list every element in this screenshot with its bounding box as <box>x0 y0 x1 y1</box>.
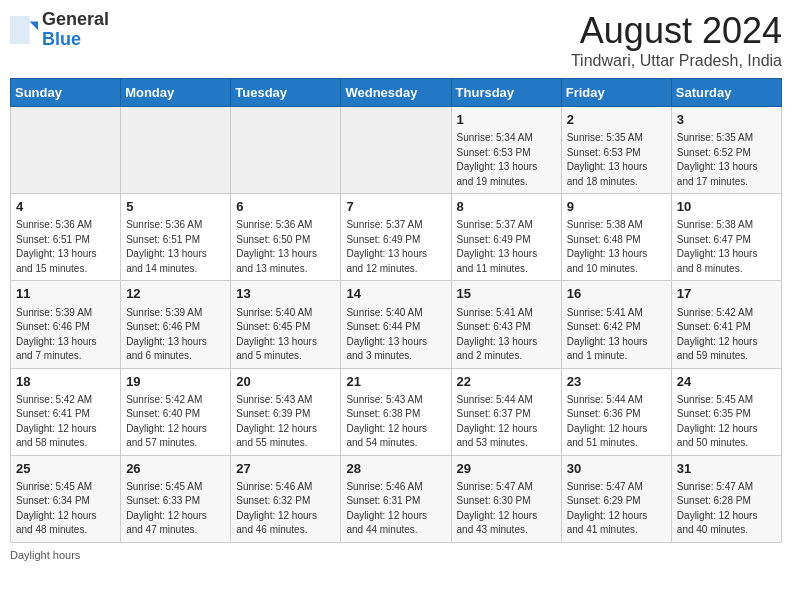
calendar-table: SundayMondayTuesdayWednesdayThursdayFrid… <box>10 78 782 543</box>
calendar-cell: 4Sunrise: 5:36 AM Sunset: 6:51 PM Daylig… <box>11 194 121 281</box>
day-number: 8 <box>457 198 556 216</box>
calendar-cell: 12Sunrise: 5:39 AM Sunset: 6:46 PM Dayli… <box>121 281 231 368</box>
day-number: 16 <box>567 285 666 303</box>
day-info: Sunrise: 5:40 AM Sunset: 6:45 PM Dayligh… <box>236 306 335 364</box>
day-number: 14 <box>346 285 445 303</box>
day-info: Sunrise: 5:35 AM Sunset: 6:53 PM Dayligh… <box>567 131 666 189</box>
weekday-header-sunday: Sunday <box>11 79 121 107</box>
day-number: 31 <box>677 460 776 478</box>
calendar-cell: 31Sunrise: 5:47 AM Sunset: 6:28 PM Dayli… <box>671 455 781 542</box>
calendar-cell <box>231 107 341 194</box>
calendar-cell: 6Sunrise: 5:36 AM Sunset: 6:50 PM Daylig… <box>231 194 341 281</box>
header: General Blue August 2024 Tindwari, Uttar… <box>10 10 782 70</box>
day-number: 5 <box>126 198 225 216</box>
day-info: Sunrise: 5:34 AM Sunset: 6:53 PM Dayligh… <box>457 131 556 189</box>
day-number: 29 <box>457 460 556 478</box>
calendar-cell: 10Sunrise: 5:38 AM Sunset: 6:47 PM Dayli… <box>671 194 781 281</box>
calendar-cell: 15Sunrise: 5:41 AM Sunset: 6:43 PM Dayli… <box>451 281 561 368</box>
day-number: 28 <box>346 460 445 478</box>
day-info: Sunrise: 5:46 AM Sunset: 6:31 PM Dayligh… <box>346 480 445 538</box>
calendar-cell: 7Sunrise: 5:37 AM Sunset: 6:49 PM Daylig… <box>341 194 451 281</box>
subtitle: Tindwari, Uttar Pradesh, India <box>571 52 782 70</box>
calendar-cell: 14Sunrise: 5:40 AM Sunset: 6:44 PM Dayli… <box>341 281 451 368</box>
day-info: Sunrise: 5:44 AM Sunset: 6:37 PM Dayligh… <box>457 393 556 451</box>
day-number: 15 <box>457 285 556 303</box>
day-info: Sunrise: 5:47 AM Sunset: 6:28 PM Dayligh… <box>677 480 776 538</box>
day-info: Sunrise: 5:36 AM Sunset: 6:50 PM Dayligh… <box>236 218 335 276</box>
day-info: Sunrise: 5:42 AM Sunset: 6:41 PM Dayligh… <box>677 306 776 364</box>
week-row-5: 25Sunrise: 5:45 AM Sunset: 6:34 PM Dayli… <box>11 455 782 542</box>
calendar-cell: 3Sunrise: 5:35 AM Sunset: 6:52 PM Daylig… <box>671 107 781 194</box>
day-number: 3 <box>677 111 776 129</box>
day-info: Sunrise: 5:36 AM Sunset: 6:51 PM Dayligh… <box>16 218 115 276</box>
weekday-header-thursday: Thursday <box>451 79 561 107</box>
logo: General Blue <box>10 10 109 50</box>
day-number: 23 <box>567 373 666 391</box>
day-info: Sunrise: 5:38 AM Sunset: 6:48 PM Dayligh… <box>567 218 666 276</box>
calendar-cell: 25Sunrise: 5:45 AM Sunset: 6:34 PM Dayli… <box>11 455 121 542</box>
weekday-header-wednesday: Wednesday <box>341 79 451 107</box>
day-info: Sunrise: 5:43 AM Sunset: 6:39 PM Dayligh… <box>236 393 335 451</box>
day-number: 4 <box>16 198 115 216</box>
day-number: 7 <box>346 198 445 216</box>
day-number: 27 <box>236 460 335 478</box>
weekday-header-friday: Friday <box>561 79 671 107</box>
day-number: 11 <box>16 285 115 303</box>
weekday-header-tuesday: Tuesday <box>231 79 341 107</box>
calendar-cell: 22Sunrise: 5:44 AM Sunset: 6:37 PM Dayli… <box>451 368 561 455</box>
calendar-cell: 18Sunrise: 5:42 AM Sunset: 6:41 PM Dayli… <box>11 368 121 455</box>
day-info: Sunrise: 5:38 AM Sunset: 6:47 PM Dayligh… <box>677 218 776 276</box>
day-info: Sunrise: 5:41 AM Sunset: 6:42 PM Dayligh… <box>567 306 666 364</box>
svg-rect-1 <box>10 16 30 44</box>
calendar-cell: 17Sunrise: 5:42 AM Sunset: 6:41 PM Dayli… <box>671 281 781 368</box>
calendar-cell <box>121 107 231 194</box>
logo-general: General <box>42 9 109 29</box>
calendar-cell: 23Sunrise: 5:44 AM Sunset: 6:36 PM Dayli… <box>561 368 671 455</box>
day-info: Sunrise: 5:42 AM Sunset: 6:40 PM Dayligh… <box>126 393 225 451</box>
week-row-2: 4Sunrise: 5:36 AM Sunset: 6:51 PM Daylig… <box>11 194 782 281</box>
day-info: Sunrise: 5:42 AM Sunset: 6:41 PM Dayligh… <box>16 393 115 451</box>
logo-text: General Blue <box>42 10 109 50</box>
calendar-cell: 30Sunrise: 5:47 AM Sunset: 6:29 PM Dayli… <box>561 455 671 542</box>
logo-icon <box>10 16 38 44</box>
calendar-cell: 27Sunrise: 5:46 AM Sunset: 6:32 PM Dayli… <box>231 455 341 542</box>
day-number: 12 <box>126 285 225 303</box>
day-number: 18 <box>16 373 115 391</box>
day-info: Sunrise: 5:37 AM Sunset: 6:49 PM Dayligh… <box>457 218 556 276</box>
footer-note: Daylight hours <box>10 549 782 561</box>
day-number: 19 <box>126 373 225 391</box>
calendar-cell: 24Sunrise: 5:45 AM Sunset: 6:35 PM Dayli… <box>671 368 781 455</box>
day-info: Sunrise: 5:37 AM Sunset: 6:49 PM Dayligh… <box>346 218 445 276</box>
svg-marker-0 <box>30 21 38 29</box>
day-info: Sunrise: 5:47 AM Sunset: 6:30 PM Dayligh… <box>457 480 556 538</box>
day-info: Sunrise: 5:41 AM Sunset: 6:43 PM Dayligh… <box>457 306 556 364</box>
day-info: Sunrise: 5:36 AM Sunset: 6:51 PM Dayligh… <box>126 218 225 276</box>
day-number: 1 <box>457 111 556 129</box>
calendar-cell: 16Sunrise: 5:41 AM Sunset: 6:42 PM Dayli… <box>561 281 671 368</box>
day-number: 13 <box>236 285 335 303</box>
day-info: Sunrise: 5:40 AM Sunset: 6:44 PM Dayligh… <box>346 306 445 364</box>
main-title: August 2024 <box>571 10 782 52</box>
day-info: Sunrise: 5:35 AM Sunset: 6:52 PM Dayligh… <box>677 131 776 189</box>
calendar-cell: 29Sunrise: 5:47 AM Sunset: 6:30 PM Dayli… <box>451 455 561 542</box>
calendar-cell: 28Sunrise: 5:46 AM Sunset: 6:31 PM Dayli… <box>341 455 451 542</box>
day-info: Sunrise: 5:39 AM Sunset: 6:46 PM Dayligh… <box>126 306 225 364</box>
daylight-label: Daylight hours <box>10 549 80 561</box>
calendar-cell: 5Sunrise: 5:36 AM Sunset: 6:51 PM Daylig… <box>121 194 231 281</box>
week-row-1: 1Sunrise: 5:34 AM Sunset: 6:53 PM Daylig… <box>11 107 782 194</box>
calendar-cell: 9Sunrise: 5:38 AM Sunset: 6:48 PM Daylig… <box>561 194 671 281</box>
day-number: 6 <box>236 198 335 216</box>
day-number: 17 <box>677 285 776 303</box>
day-number: 30 <box>567 460 666 478</box>
calendar-cell <box>11 107 121 194</box>
weekday-header-row: SundayMondayTuesdayWednesdayThursdayFrid… <box>11 79 782 107</box>
calendar-cell: 8Sunrise: 5:37 AM Sunset: 6:49 PM Daylig… <box>451 194 561 281</box>
day-info: Sunrise: 5:45 AM Sunset: 6:35 PM Dayligh… <box>677 393 776 451</box>
week-row-3: 11Sunrise: 5:39 AM Sunset: 6:46 PM Dayli… <box>11 281 782 368</box>
day-number: 21 <box>346 373 445 391</box>
day-info: Sunrise: 5:45 AM Sunset: 6:33 PM Dayligh… <box>126 480 225 538</box>
day-number: 2 <box>567 111 666 129</box>
day-number: 10 <box>677 198 776 216</box>
day-info: Sunrise: 5:45 AM Sunset: 6:34 PM Dayligh… <box>16 480 115 538</box>
calendar-cell: 26Sunrise: 5:45 AM Sunset: 6:33 PM Dayli… <box>121 455 231 542</box>
